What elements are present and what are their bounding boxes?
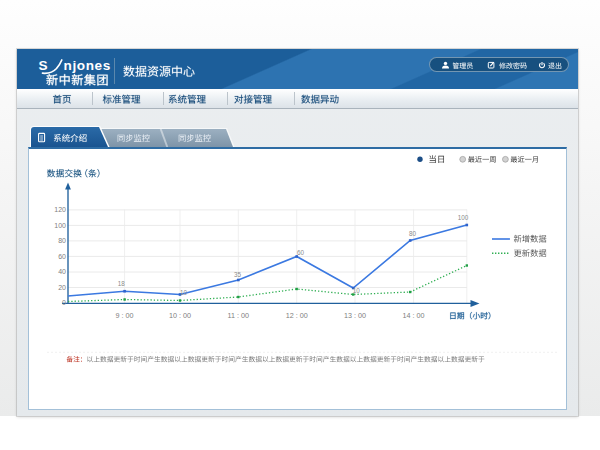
svg-text:njones: njones [64,58,111,73]
svg-text:120: 120 [54,206,66,213]
svg-text:80: 80 [58,237,66,244]
svg-text:0: 0 [62,299,66,306]
svg-text:S: S [39,58,48,73]
svg-text:60: 60 [58,253,66,260]
svg-text:40: 40 [58,268,66,275]
svg-text:10: 10 [353,287,361,294]
svg-text:20: 20 [58,284,66,291]
svg-text:10 : 00: 10 : 00 [169,311,191,320]
svg-text:35: 35 [234,271,242,278]
svg-text:18: 18 [118,280,126,287]
svg-text:13 : 00: 13 : 00 [344,311,366,320]
svg-text:100: 100 [458,214,469,221]
svg-text:10: 10 [180,289,188,296]
svg-text:80: 80 [409,230,417,237]
svg-text:12 : 00: 12 : 00 [286,311,308,320]
svg-text:100: 100 [54,222,66,229]
svg-text:11 : 00: 11 : 00 [228,311,249,320]
svg-text:60: 60 [297,249,305,256]
svg-text:14 : 00: 14 : 00 [403,311,425,320]
svg-text:9 : 00: 9 : 00 [116,311,134,320]
